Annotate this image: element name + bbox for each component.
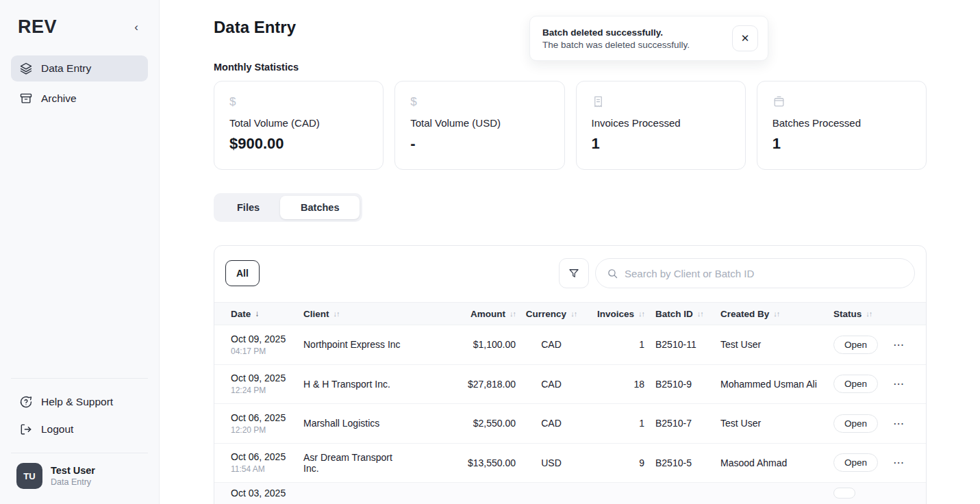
sidebar: REV ‹ Data Entry Archive Help & Support	[0, 0, 160, 504]
stat-label: Total Volume (USD)	[410, 117, 549, 129]
column-header-client[interactable]: Client ↓↑	[298, 309, 412, 319]
table-row[interactable]: Oct 09, 2025 12:24 PM H & H Transport In…	[214, 365, 926, 405]
cell-invoices: 1	[581, 418, 650, 429]
layers-icon	[19, 62, 33, 75]
cell-client: Asr Dream Transport Inc.	[298, 452, 412, 474]
cell-currency: CAD	[521, 418, 581, 429]
sidebar-item-data-entry[interactable]: Data Entry	[11, 55, 148, 81]
status-badge	[833, 488, 855, 499]
column-header-status[interactable]: Status ↓↑	[828, 309, 883, 319]
cell-status: Open	[828, 375, 883, 393]
sort-icon: ↓↑	[510, 310, 516, 318]
user-name: Test User	[51, 465, 95, 476]
cell-date: Oct 03, 2025	[225, 488, 298, 499]
cell-batch-id: B2510-7	[650, 418, 715, 429]
cell-client: Marshall Logistics	[298, 418, 412, 429]
sort-icon: ↓↑	[866, 310, 872, 318]
sort-icon: ↓↑	[638, 310, 644, 318]
logout-link[interactable]: Logout	[11, 417, 148, 442]
stat-card-batches: Batches Processed 1	[757, 81, 927, 170]
row-actions-button[interactable]: ⋯	[883, 417, 915, 430]
search-icon	[607, 268, 618, 279]
toast-close-button[interactable]: ✕	[732, 25, 758, 51]
sort-icon: ↓↑	[334, 310, 340, 318]
cell-status: Open	[828, 414, 883, 433]
table-row[interactable]: Oct 06, 2025 11:54 AM Asr Dream Transpor…	[214, 444, 926, 483]
user-profile[interactable]: TU Test User Data Entry	[11, 453, 148, 490]
cell-currency: USD	[521, 457, 581, 468]
cell-amount: $27,818.00	[412, 379, 521, 390]
view-tabs: Files Batches	[214, 193, 362, 222]
stat-value: $900.00	[229, 135, 368, 153]
stat-value: 1	[592, 135, 730, 153]
cell-status: Open	[828, 453, 883, 472]
user-info: Test User Data Entry	[51, 465, 95, 487]
column-header-created-by[interactable]: Created By ↓↑	[715, 309, 828, 319]
sidebar-collapse-icon[interactable]: ‹	[130, 20, 142, 34]
row-actions-button[interactable]: ⋯	[883, 456, 915, 469]
cell-status: Open	[828, 336, 883, 354]
help-support-label: Help & Support	[41, 396, 113, 408]
sidebar-item-label: Archive	[41, 92, 77, 105]
stat-value: 1	[772, 135, 911, 153]
table-row[interactable]: Oct 03, 2025	[214, 483, 926, 504]
stat-card-total-cad: $ Total Volume (CAD) $900.00	[214, 81, 384, 170]
batch-icon	[772, 95, 911, 110]
search-input[interactable]	[625, 268, 903, 279]
stat-label: Batches Processed	[772, 117, 911, 129]
column-header-currency[interactable]: Currency ↓↑	[521, 309, 581, 319]
ellipsis-icon: ⋯	[893, 457, 905, 468]
status-badge: Open	[833, 453, 878, 472]
toast-message: The batch was deleted successfully.	[542, 40, 690, 50]
cell-client: Northpoint Express Inc	[298, 339, 412, 350]
tab-files[interactable]: Files	[216, 196, 280, 219]
table-row[interactable]: Oct 06, 2025 12:20 PM Marshall Logistics…	[214, 404, 926, 444]
sidebar-item-label: Data Entry	[41, 62, 91, 75]
filter-button[interactable]	[559, 258, 589, 288]
cell-invoices: 9	[581, 457, 650, 468]
cell-currency: CAD	[521, 379, 581, 390]
logout-icon	[19, 423, 33, 436]
dollar-icon: $	[229, 95, 368, 110]
stat-label: Total Volume (CAD)	[229, 117, 368, 129]
column-header-amount[interactable]: Amount ↓↑	[412, 309, 521, 319]
sidebar-header: REV ‹	[11, 16, 148, 38]
column-header-date[interactable]: Date ↓	[225, 309, 298, 319]
help-support-link[interactable]: Help & Support	[11, 390, 148, 414]
row-actions-button[interactable]: ⋯	[883, 377, 915, 390]
close-icon: ✕	[741, 32, 750, 45]
tab-batches[interactable]: Batches	[280, 196, 360, 219]
row-actions-button[interactable]: ⋯	[883, 338, 915, 351]
cell-amount: $1,100.00	[412, 339, 521, 350]
stat-card-total-usd: $ Total Volume (USD) -	[394, 81, 564, 170]
ellipsis-icon: ⋯	[893, 378, 905, 390]
main-content: Batch deleted successfully. The batch wa…	[160, 0, 980, 504]
cell-amount: $13,550.00	[412, 457, 521, 468]
column-header-batch-id[interactable]: Batch ID ↓↑	[650, 309, 715, 319]
table-header-row: Date ↓ Client ↓↑ Amount ↓↑ Currency ↓↑ I…	[214, 302, 926, 325]
funnel-icon	[568, 267, 580, 279]
stat-value: -	[410, 135, 549, 153]
status-badge: Open	[833, 375, 878, 393]
avatar: TU	[16, 463, 42, 489]
sidebar-item-archive[interactable]: Archive	[11, 86, 148, 112]
filter-all-button[interactable]: All	[225, 260, 260, 286]
cell-batch-id: B2510-5	[650, 457, 715, 468]
table-row[interactable]: Oct 09, 2025 04:17 PM Northpoint Express…	[214, 325, 926, 365]
toolbar-right-group	[559, 258, 915, 288]
sort-desc-icon: ↓	[255, 309, 258, 318]
cell-date: Oct 06, 2025 12:20 PM	[225, 412, 298, 435]
status-badge: Open	[833, 336, 878, 354]
cell-date: Oct 06, 2025 11:54 AM	[225, 451, 298, 474]
cell-amount: $2,550.00	[412, 418, 521, 429]
cell-date: Oct 09, 2025 12:24 PM	[225, 373, 298, 395]
column-header-invoices[interactable]: Invoices ↓↑	[581, 309, 650, 319]
dollar-icon: $	[410, 95, 549, 110]
cell-status	[828, 488, 883, 501]
status-badge: Open	[833, 414, 878, 433]
cell-invoices: 1	[581, 339, 650, 350]
toast-notification: Batch deleted successfully. The batch wa…	[529, 16, 768, 61]
table-toolbar: All	[214, 246, 926, 302]
invoice-icon	[592, 95, 730, 110]
sidebar-footer: Help & Support Logout TU Test User Data …	[11, 378, 148, 490]
